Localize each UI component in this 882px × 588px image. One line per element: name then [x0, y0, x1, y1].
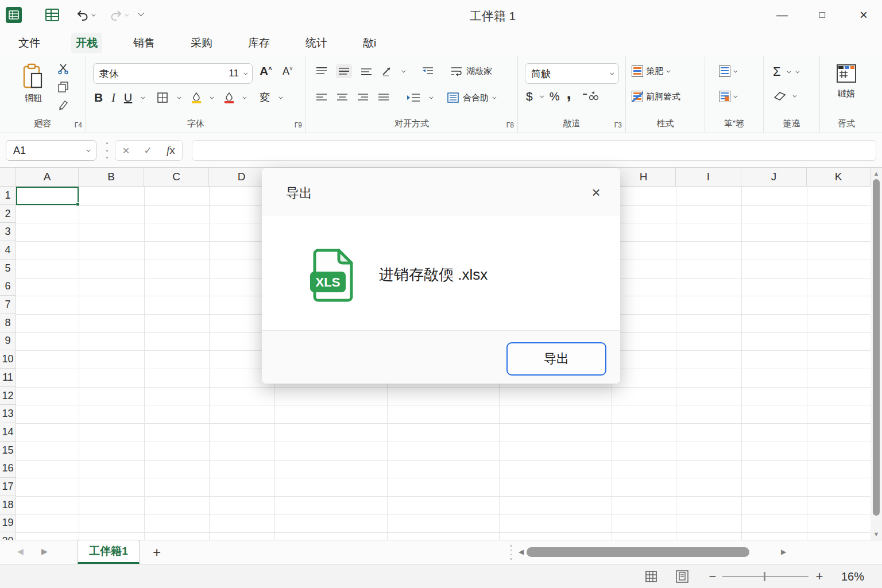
- insert-cells-button[interactable]: [719, 65, 736, 77]
- font-color-button[interactable]: [225, 92, 234, 103]
- column-header-I[interactable]: I: [676, 168, 741, 187]
- zoom-slider-track[interactable]: [722, 576, 808, 577]
- select-all-corner[interactable]: [0, 168, 16, 187]
- underline-dropdown-icon[interactable]: [141, 95, 145, 99]
- borders-dropdown-icon[interactable]: [177, 95, 181, 99]
- cancel-entry-icon[interactable]: ×: [122, 144, 129, 157]
- table-format-button[interactable]: 韃婄: [830, 63, 862, 99]
- currency-dropdown-icon[interactable]: [540, 94, 544, 98]
- align-center-icon[interactable]: [336, 92, 349, 103]
- scrollbar-resize-handle[interactable]: [510, 545, 512, 560]
- align-middle-icon[interactable]: [336, 64, 352, 78]
- shrink-font-button[interactable]: A˅: [283, 65, 293, 78]
- align-left-icon[interactable]: [315, 92, 328, 103]
- row-header-16[interactable]: 16: [0, 460, 16, 478]
- align-right-icon[interactable]: [357, 92, 369, 103]
- increase-indent-icon[interactable]: [406, 92, 421, 103]
- percent-button[interactable]: %: [550, 90, 560, 103]
- row-header-2[interactable]: 2: [0, 205, 16, 223]
- formula-input[interactable]: [192, 140, 876, 161]
- cell-styles-button[interactable]: 策肥: [632, 65, 669, 77]
- decrease-decimal-icon[interactable]: [582, 91, 599, 102]
- indent-dropdown-icon[interactable]: [429, 95, 433, 99]
- menu-tab-2[interactable]: 销售: [129, 33, 160, 53]
- confirm-entry-icon[interactable]: ✓: [144, 144, 152, 157]
- dialog-close-icon[interactable]: ×: [586, 182, 606, 203]
- zoom-slider-thumb[interactable]: [764, 572, 765, 581]
- vertical-scrollbar[interactable]: ▲ ▼: [871, 168, 882, 540]
- fill-color-button[interactable]: [192, 92, 201, 103]
- zoom-percent[interactable]: 16%: [833, 564, 873, 588]
- underline-button[interactable]: U: [124, 91, 132, 105]
- column-header-K[interactable]: K: [807, 168, 871, 187]
- row-header-7[interactable]: 7: [0, 296, 16, 314]
- column-header-C[interactable]: C: [144, 168, 209, 187]
- hscroll-left-icon[interactable]: ◀: [519, 548, 524, 556]
- fill-handle[interactable]: [76, 202, 80, 206]
- copy-icon[interactable]: [57, 81, 69, 92]
- comma-style-button[interactable]: ,: [566, 89, 571, 97]
- menu-tab-4[interactable]: 库存: [243, 33, 274, 53]
- row-header-18[interactable]: 18: [0, 496, 16, 514]
- fill-color-dropdown-icon[interactable]: [210, 95, 214, 99]
- row-header-9[interactable]: 9: [0, 332, 16, 351]
- format-cells-button[interactable]: [719, 91, 736, 102]
- conditional-format-button[interactable]: 箾胢箬式: [632, 91, 680, 102]
- sheet-tab-active[interactable]: 工伴籍1: [78, 540, 140, 564]
- new-workbook-icon[interactable]: [45, 7, 60, 22]
- row-header-11[interactable]: 11: [0, 369, 16, 387]
- normal-view-icon[interactable]: [642, 564, 660, 588]
- column-header-H[interactable]: H: [612, 168, 676, 187]
- zoom-in-button[interactable]: +: [812, 564, 827, 588]
- column-header-B[interactable]: B: [79, 168, 144, 187]
- number-dialog-launcher-icon[interactable]: Γ3: [614, 121, 622, 129]
- phonetic-button[interactable]: 変: [260, 91, 270, 105]
- align-top-icon[interactable]: [315, 66, 328, 76]
- number-format-combo[interactable]: 简觖: [525, 63, 619, 84]
- menu-tab-0[interactable]: 文件: [14, 33, 45, 53]
- undo-dropdown-icon[interactable]: [91, 12, 95, 16]
- page-layout-view-icon[interactable]: [673, 564, 691, 588]
- zoom-out-button[interactable]: −: [705, 564, 720, 588]
- undo-button[interactable]: [76, 8, 94, 22]
- currency-button[interactable]: $: [526, 90, 533, 103]
- export-button[interactable]: 导出: [506, 342, 606, 376]
- row-header-5[interactable]: 5: [0, 260, 16, 278]
- row-header-17[interactable]: 17: [0, 478, 16, 496]
- column-header-J[interactable]: J: [741, 168, 807, 187]
- row-header-6[interactable]: 6: [0, 278, 16, 296]
- bold-button[interactable]: B: [94, 91, 103, 105]
- italic-button[interactable]: I: [111, 91, 115, 105]
- row-header-12[interactable]: 12: [0, 387, 16, 405]
- phonetic-dropdown-icon[interactable]: [279, 95, 283, 99]
- row-header-14[interactable]: 14: [0, 423, 16, 442]
- row-header-15[interactable]: 15: [0, 442, 16, 460]
- horizontal-scroll-thumb[interactable]: [527, 547, 749, 557]
- customize-toolbar-icon[interactable]: [138, 11, 142, 16]
- orientation-dropdown-icon[interactable]: [401, 68, 405, 72]
- row-header-8[interactable]: 8: [0, 314, 16, 332]
- row-header-4[interactable]: 4: [0, 241, 16, 260]
- close-button[interactable]: ×: [852, 6, 876, 24]
- row-header-1[interactable]: 1: [0, 187, 16, 205]
- font-dialog-launcher-icon[interactable]: Γ9: [295, 121, 302, 129]
- add-sheet-button[interactable]: +: [148, 544, 165, 561]
- prev-sheet-icon[interactable]: ◀: [17, 547, 24, 556]
- insert-function-icon[interactable]: fx: [167, 144, 175, 157]
- merge-cells-button[interactable]: 合合助: [447, 92, 495, 103]
- scroll-down-icon[interactable]: ▼: [871, 531, 882, 537]
- wrap-text-button[interactable]: 湖藃家: [450, 65, 492, 77]
- menu-tab-6[interactable]: 敿i: [358, 33, 381, 53]
- grow-font-button[interactable]: A˄: [260, 64, 272, 78]
- selected-cell-A1[interactable]: [16, 187, 79, 205]
- name-box-dropdown-icon[interactable]: [86, 148, 90, 152]
- row-header-10[interactable]: 10: [0, 350, 16, 369]
- cut-icon[interactable]: [57, 63, 69, 75]
- row-header-13[interactable]: 13: [0, 405, 16, 423]
- scroll-up-icon[interactable]: ▲: [871, 170, 882, 177]
- clear-button[interactable]: [773, 91, 795, 101]
- maximize-button[interactable]: □: [810, 6, 834, 24]
- justify-icon[interactable]: [377, 92, 390, 103]
- menu-tab-3[interactable]: 采购: [186, 33, 217, 53]
- row-header-20[interactable]: 20: [0, 532, 16, 540]
